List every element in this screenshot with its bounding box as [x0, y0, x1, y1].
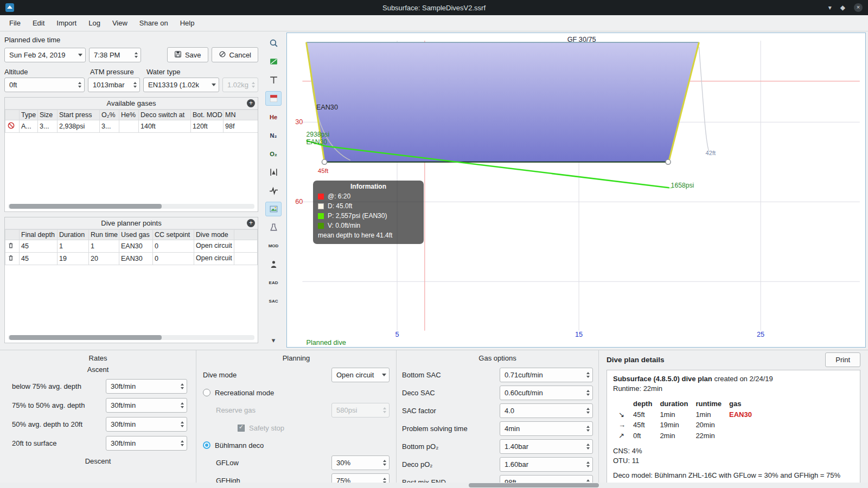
menu-log[interactable]: Log — [82, 17, 106, 29]
col-duration[interactable]: Duration — [58, 230, 89, 240]
dive-mode-combobox[interactable]: Open circuit — [331, 368, 390, 382]
menu-share-on[interactable]: Share on — [133, 17, 174, 29]
ascent-rate-4-spinner[interactable]: 30ft/min — [106, 436, 187, 451]
cell-duration[interactable]: 19 — [58, 253, 89, 265]
cell-deco-switch[interactable]: 140ft — [139, 120, 191, 133]
col-start-press[interactable]: Start press — [58, 110, 100, 120]
gfhigh-spinner[interactable]: 75% — [331, 473, 390, 483]
cell-he[interactable] — [119, 120, 139, 133]
cell-used-gas[interactable]: EAN30 — [119, 240, 153, 253]
cell-cc-setpoint[interactable]: 0 — [153, 253, 194, 265]
col-size[interactable]: Size — [38, 110, 58, 120]
cancel-button[interactable]: Cancel — [212, 47, 258, 62]
po2-toggle-icon[interactable]: O₂ — [265, 146, 282, 161]
cell-run-time[interactable]: 1 — [89, 240, 119, 253]
col-mnd[interactable]: MN — [224, 110, 259, 120]
ead-toggle-icon[interactable]: EAD — [265, 275, 282, 290]
ceiling-toggle-icon[interactable] — [265, 91, 282, 106]
altitude-spinner[interactable]: 0ft — [4, 78, 85, 92]
spinner-arrows-icon[interactable] — [584, 372, 590, 378]
spinner-arrows-icon[interactable] — [381, 478, 386, 483]
deco-sac-spinner[interactable]: 0.60cuft/min — [500, 386, 593, 400]
spinner-arrows-icon[interactable] — [381, 460, 386, 466]
dive-profile-chart[interactable]: GF 30/75 EAN30 2938psi EAN30 45ft 1658ps… — [286, 33, 866, 348]
dive-point-handle[interactable] — [666, 159, 671, 164]
spinner-arrows-icon[interactable] — [178, 440, 184, 446]
menu-help[interactable]: Help — [174, 17, 201, 29]
cell-dive-mode[interactable]: Open circuit — [194, 253, 234, 265]
spinner-arrows-icon[interactable] — [584, 390, 590, 396]
delete-point-icon[interactable] — [5, 240, 20, 253]
dive-point-handle[interactable] — [322, 159, 327, 164]
window-menu-icon[interactable]: ▾ — [828, 3, 832, 12]
col-cc-setpoint[interactable]: CC setpoint — [153, 230, 194, 240]
best-mix-end-spinner[interactable]: 98ft — [500, 475, 593, 483]
gas-table-row[interactable]: A... 3... 2,938psi 3... 140ft 120ft 98f — [5, 120, 259, 133]
scrollbar-thumb[interactable] — [9, 335, 162, 340]
col-type[interactable]: Type — [20, 110, 38, 120]
radio-checked-icon[interactable] — [203, 441, 210, 449]
col-dive-mode[interactable]: Dive mode — [194, 230, 234, 240]
diver-ceiling-toggle-icon[interactable] — [265, 257, 282, 272]
spinner-arrows-icon[interactable] — [178, 383, 184, 389]
spinner-arrows-icon[interactable] — [584, 426, 590, 432]
radio-icon[interactable] — [203, 389, 210, 396]
spinner-arrows-icon[interactable] — [584, 408, 590, 414]
spinner-arrows-icon[interactable] — [178, 402, 184, 408]
sac-toggle-icon[interactable]: SAC — [265, 294, 282, 309]
gases-horizontal-scrollbar[interactable] — [8, 204, 254, 209]
menu-file[interactable]: File — [3, 17, 27, 29]
bottom-horizontal-scrollbar[interactable] — [0, 483, 868, 488]
print-button[interactable]: Print — [825, 352, 860, 367]
col-o2[interactable]: O₂% — [100, 110, 119, 120]
gflow-spinner[interactable]: 30% — [331, 455, 390, 470]
information-tooltip[interactable]: Information @: 6:20 D: 45.0ft P: 2,557ps… — [313, 181, 424, 244]
problem-solving-time-spinner[interactable]: 4min — [500, 421, 593, 436]
cell-start-press[interactable]: 2,938psi — [58, 120, 100, 133]
scrollbar-thumb[interactable] — [9, 204, 162, 209]
gas-in-use-icon[interactable] — [5, 120, 20, 133]
mod-limit-toggle-icon[interactable] — [265, 165, 282, 179]
cell-final-depth[interactable]: 45 — [20, 253, 58, 265]
phe-toggle-icon[interactable]: He — [265, 110, 282, 124]
toolbar-scroll-down-icon[interactable]: ▾ — [265, 333, 282, 348]
buhlmann-deco-radio[interactable]: Bühlmann deco — [203, 438, 390, 452]
scale-toggle-icon[interactable] — [265, 54, 282, 69]
cell-final-depth[interactable]: 45 — [20, 240, 58, 253]
spinner-arrows-icon[interactable] — [584, 444, 590, 450]
cell-mnd[interactable]: 98f — [224, 120, 259, 133]
point-row-2[interactable]: 45 19 20 EAN30 0 Open circuit — [5, 253, 258, 265]
heart-rate-toggle-icon[interactable] — [265, 183, 282, 198]
cell-cc-setpoint[interactable]: 0 — [153, 240, 194, 253]
cell-bot-mod[interactable]: 120ft — [191, 120, 224, 133]
cell-o2[interactable]: 3... — [100, 120, 119, 133]
cell-duration[interactable]: 1 — [58, 240, 89, 253]
cell-size[interactable]: 3... — [38, 120, 58, 133]
scrollbar-thumb[interactable] — [469, 483, 599, 487]
cell-used-gas[interactable]: EAN30 — [119, 253, 153, 265]
add-gas-button[interactable]: + — [247, 99, 255, 107]
save-button[interactable]: Save — [167, 47, 208, 62]
col-deco-switch[interactable]: Deco switch at — [139, 110, 191, 120]
col-bot-mod[interactable]: Bot. MOD — [191, 110, 224, 120]
spinner-arrows-icon[interactable] — [132, 52, 138, 58]
bottom-po2-spinner[interactable]: 1.40bar — [500, 439, 593, 454]
dive-time-spinner[interactable]: 7:38 PM — [89, 48, 141, 62]
zoom-icon[interactable] — [265, 36, 282, 50]
ascent-rate-2-spinner[interactable]: 30ft/min — [106, 398, 187, 413]
ruler-toggle-icon[interactable] — [265, 73, 282, 87]
cell-dive-mode[interactable]: Open circuit — [194, 240, 234, 253]
col-run-time[interactable]: Run time — [89, 230, 119, 240]
spinner-arrows-icon[interactable] — [131, 82, 137, 88]
col-used-gas[interactable]: Used gas — [119, 230, 153, 240]
spinner-arrows-icon[interactable] — [76, 82, 81, 88]
atm-pressure-spinner[interactable]: 1013mbar — [88, 78, 140, 92]
ascent-rate-1-spinner[interactable]: 30ft/min — [106, 379, 187, 394]
delete-point-icon[interactable] — [5, 253, 20, 265]
menu-view[interactable]: View — [106, 17, 133, 29]
menu-import[interactable]: Import — [50, 17, 82, 29]
recreational-mode-radio[interactable]: Recreational mode — [203, 386, 390, 400]
bottom-sac-spinner[interactable]: 0.71cuft/min — [500, 368, 593, 382]
points-horizontal-scrollbar[interactable] — [8, 335, 254, 340]
col-final-depth[interactable]: Final depth — [20, 230, 58, 240]
